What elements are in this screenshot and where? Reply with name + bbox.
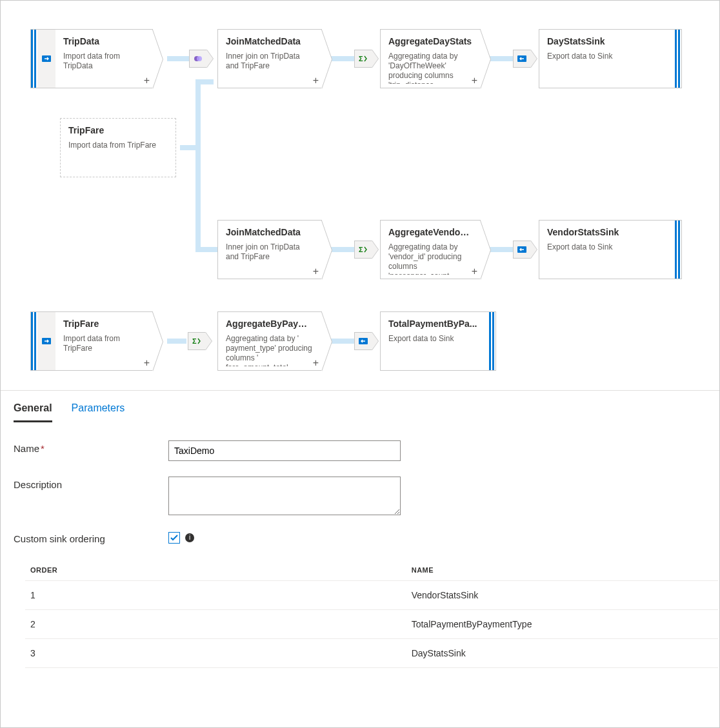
add-transform-icon[interactable]: + <box>472 266 477 277</box>
add-transform-icon[interactable]: + <box>472 75 477 86</box>
node-title: JoinMatchedData <box>226 227 314 237</box>
node-desc: Export data to Sink <box>547 52 667 84</box>
node-join2[interactable]: JoinMatchedData Inner join on TripData a… <box>217 220 322 279</box>
label-custom-sink: Custom sink ordering <box>14 531 168 544</box>
name-field[interactable] <box>168 440 401 461</box>
add-transform-icon[interactable]: + <box>144 357 150 369</box>
node-title: AggregateDayStats <box>388 36 472 46</box>
node-desc: Inner join on TripData and TripFare <box>226 242 314 275</box>
svg-point-2 <box>197 56 202 61</box>
label-description: Description <box>14 477 168 490</box>
sink-op-icon[interactable] <box>513 50 531 68</box>
label-name: Name* <box>14 440 168 454</box>
custom-sink-checkbox[interactable] <box>168 532 180 544</box>
aggregate-op-icon[interactable]: Σ <box>354 241 372 259</box>
node-desc: Import data from TripFare <box>68 141 168 173</box>
col-name: NAME <box>406 560 718 581</box>
node-desc: Export data to Sink <box>547 242 667 275</box>
flow-canvas[interactable]: TripData Import data from TripData + Joi… <box>1 1 719 390</box>
col-order: ORDER <box>25 560 406 581</box>
source-icon <box>37 30 55 88</box>
node-aggpay[interactable]: AggregateByPaym... Aggregating data by '… <box>217 311 322 371</box>
node-desc: Aggregating data by 'vendor_id' producin… <box>388 242 472 275</box>
node-tripfare-ghost[interactable]: TripFare Import data from TripFare <box>60 118 176 177</box>
node-join1[interactable]: JoinMatchedData Inner join on TripData a… <box>217 29 322 88</box>
svg-text:Σ: Σ <box>359 246 363 253</box>
tabs: General Parameters <box>14 391 706 422</box>
sink-op-icon[interactable] <box>513 241 531 259</box>
node-title: AggregateVendorS... <box>388 227 472 237</box>
node-title: TripFare <box>63 319 145 329</box>
node-paysink[interactable]: TotalPaymentByPa... Export data to Sink <box>380 311 496 371</box>
node-title: TotalPaymentByPa... <box>388 319 481 329</box>
svg-text:Σ: Σ <box>192 337 197 345</box>
node-title: TripData <box>63 36 145 46</box>
sink-order-table: ORDER NAME 1 VendorStatsSink 2 TotalPaym… <box>25 560 718 668</box>
info-icon[interactable]: i <box>185 533 194 542</box>
aggregate-op-icon[interactable]: Σ <box>188 332 206 350</box>
table-row[interactable]: 3 DayStatsSink <box>25 639 718 668</box>
table-row[interactable]: 1 VendorStatsSink <box>25 581 718 610</box>
node-vendorsink[interactable]: VendorStatsSink Export data to Sink <box>539 220 682 279</box>
aggregate-op-icon[interactable]: Σ <box>354 50 372 68</box>
tab-general[interactable]: General <box>14 402 52 422</box>
node-title: JoinMatchedData <box>226 36 314 46</box>
properties-panel: General Parameters Name* Description Cus… <box>1 390 719 727</box>
node-daysink[interactable]: DayStatsSink Export data to Sink <box>539 29 682 88</box>
node-desc: Aggregating data by ' payment_type' prod… <box>226 334 314 366</box>
node-title: DayStatsSink <box>547 36 667 46</box>
node-desc: Inner join on TripData and TripFare <box>226 52 314 84</box>
table-row[interactable]: 2 TotalPaymentByPaymentType <box>25 610 718 639</box>
join-op-icon[interactable] <box>189 50 207 68</box>
add-transform-icon[interactable]: + <box>144 75 150 86</box>
node-title: TripFare <box>68 125 168 135</box>
node-tripdata[interactable]: TripData Import data from TripData + <box>30 29 153 88</box>
add-transform-icon[interactable]: + <box>313 75 319 86</box>
node-title: AggregateByPaym... <box>226 319 314 329</box>
svg-text:Σ: Σ <box>359 55 363 63</box>
tab-parameters[interactable]: Parameters <box>72 402 125 422</box>
add-transform-icon[interactable]: + <box>313 357 319 369</box>
node-tripfare2[interactable]: TripFare Import data from TripFare + <box>30 311 153 371</box>
node-desc: Import data from TripFare <box>63 334 145 366</box>
add-transform-icon[interactable]: + <box>313 266 319 277</box>
node-aggvendor[interactable]: AggregateVendorS... Aggregating data by … <box>380 220 481 279</box>
sink-op-icon[interactable] <box>354 332 372 350</box>
node-desc: Export data to Sink <box>388 334 481 366</box>
node-title: VendorStatsSink <box>547 227 667 237</box>
node-desc: Import data from TripData <box>63 52 145 84</box>
description-field[interactable] <box>168 477 401 515</box>
node-desc: Aggregating data by 'DayOfTheWeek' produ… <box>388 52 472 84</box>
source-icon <box>37 312 55 370</box>
node-aggday[interactable]: AggregateDayStats Aggregating data by 'D… <box>380 29 481 88</box>
